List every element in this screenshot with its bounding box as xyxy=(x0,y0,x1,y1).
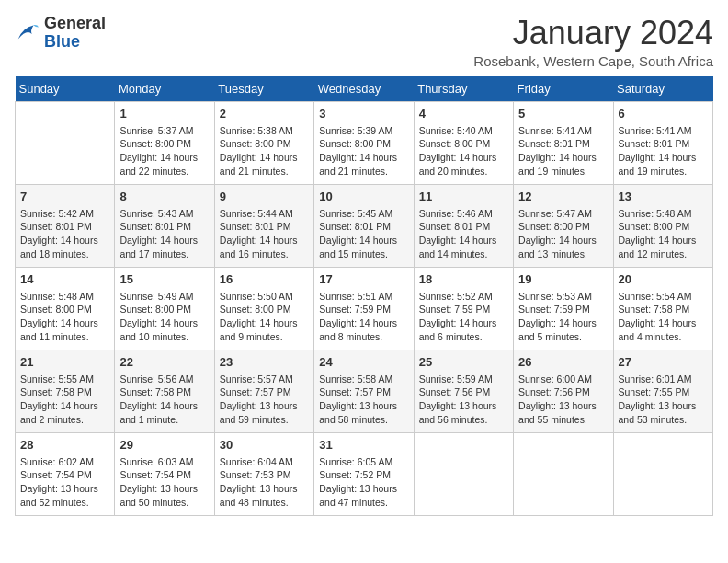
day-info: Sunrise: 5:49 AM xyxy=(119,290,209,304)
day-info: and 56 minutes. xyxy=(419,413,508,427)
header-monday: Monday xyxy=(115,76,214,102)
day-info: Daylight: 14 hours xyxy=(619,316,708,330)
day-info: Sunrise: 6:03 AM xyxy=(119,455,209,469)
day-info: Sunrise: 5:43 AM xyxy=(119,207,209,221)
calendar-table: SundayMondayTuesdayWednesdayThursdayFrid… xyxy=(15,76,713,516)
day-info: Sunrise: 5:59 AM xyxy=(419,373,508,386)
day-info: Sunrise: 6:00 AM xyxy=(518,373,608,386)
day-info: Sunset: 8:00 PM xyxy=(220,303,309,316)
day-info: and 20 minutes. xyxy=(419,165,508,178)
day-info: Sunrise: 5:46 AM xyxy=(419,207,508,221)
day-info: Sunrise: 6:02 AM xyxy=(20,455,109,469)
calendar-cell: 17Sunrise: 5:51 AMSunset: 7:59 PMDayligh… xyxy=(314,267,414,350)
calendar-cell: 4Sunrise: 5:40 AMSunset: 8:00 PMDaylight… xyxy=(414,101,513,184)
calendar-cell: 24Sunrise: 5:58 AMSunset: 7:57 PMDayligh… xyxy=(314,350,414,432)
calendar-cell xyxy=(613,432,712,515)
day-number: 21 xyxy=(20,354,109,371)
page-header: General Blue January 2024 Rosebank, West… xyxy=(15,15,713,69)
logo-bird-icon xyxy=(15,20,40,46)
calendar-cell: 22Sunrise: 5:56 AMSunset: 7:58 PMDayligh… xyxy=(115,350,214,432)
day-info: Sunset: 7:52 PM xyxy=(319,468,408,482)
day-info: Daylight: 14 hours xyxy=(220,234,309,247)
day-info: Sunrise: 5:51 AM xyxy=(319,290,408,304)
calendar-cell: 5Sunrise: 5:41 AMSunset: 8:01 PMDaylight… xyxy=(514,101,613,184)
day-info: Sunrise: 5:52 AM xyxy=(419,290,508,304)
week-row-3: 14Sunrise: 5:48 AMSunset: 8:00 PMDayligh… xyxy=(16,267,713,350)
day-info: Sunset: 7:57 PM xyxy=(220,385,309,399)
calendar-cell: 14Sunrise: 5:48 AMSunset: 8:00 PMDayligh… xyxy=(16,267,115,350)
calendar-cell: 26Sunrise: 6:00 AMSunset: 7:56 PMDayligh… xyxy=(514,350,613,432)
day-info: Sunrise: 5:48 AM xyxy=(20,290,109,304)
day-info: Daylight: 13 hours xyxy=(20,482,109,496)
day-info: Daylight: 14 hours xyxy=(419,234,508,247)
day-info: and 58 minutes. xyxy=(319,413,408,427)
header-wednesday: Wednesday xyxy=(314,76,414,102)
day-info: Sunset: 7:56 PM xyxy=(518,385,608,399)
header-sunday: Sunday xyxy=(16,76,115,102)
day-info: Daylight: 13 hours xyxy=(319,399,408,413)
calendar-cell: 3Sunrise: 5:39 AMSunset: 8:00 PMDaylight… xyxy=(314,101,414,184)
day-info: Sunset: 7:53 PM xyxy=(220,468,309,482)
day-info: Daylight: 13 hours xyxy=(619,399,708,413)
calendar-cell: 7Sunrise: 5:42 AMSunset: 8:01 PMDaylight… xyxy=(16,184,115,267)
day-info: Sunset: 8:00 PM xyxy=(119,303,209,316)
day-info: Daylight: 13 hours xyxy=(518,399,608,413)
day-info: Daylight: 14 hours xyxy=(419,316,508,330)
location: Rosebank, Western Cape, South Africa xyxy=(473,53,713,69)
calendar-cell xyxy=(16,101,115,184)
day-info: and 55 minutes. xyxy=(518,413,608,427)
day-info: and 22 minutes. xyxy=(119,165,209,178)
day-info: Daylight: 14 hours xyxy=(319,234,408,247)
day-info: and 14 minutes. xyxy=(419,247,508,261)
calendar-header-row: SundayMondayTuesdayWednesdayThursdayFrid… xyxy=(16,76,713,102)
day-number: 31 xyxy=(319,437,408,454)
calendar-cell: 8Sunrise: 5:43 AMSunset: 8:01 PMDaylight… xyxy=(115,184,214,267)
logo-text: General Blue xyxy=(44,15,106,52)
day-info: Sunset: 7:55 PM xyxy=(619,385,708,399)
day-info: and 5 minutes. xyxy=(518,330,608,344)
day-info: Sunset: 8:01 PM xyxy=(119,220,209,234)
day-info: Sunset: 8:00 PM xyxy=(220,137,309,151)
day-info: and 48 minutes. xyxy=(220,496,309,510)
day-info: Sunset: 8:01 PM xyxy=(319,220,408,234)
day-info: and 18 minutes. xyxy=(20,247,109,261)
day-number: 30 xyxy=(220,437,309,454)
day-info: Daylight: 14 hours xyxy=(119,316,209,330)
title-block: January 2024 Rosebank, Western Cape, Sou… xyxy=(473,15,713,69)
day-info: Sunrise: 5:54 AM xyxy=(619,290,708,304)
calendar-cell: 11Sunrise: 5:46 AMSunset: 8:01 PMDayligh… xyxy=(414,184,513,267)
calendar-cell xyxy=(514,432,613,515)
day-info: Sunset: 7:54 PM xyxy=(20,468,109,482)
calendar-cell: 2Sunrise: 5:38 AMSunset: 8:00 PMDaylight… xyxy=(214,101,313,184)
day-info: Sunset: 7:56 PM xyxy=(419,385,508,399)
day-info: Sunrise: 5:40 AM xyxy=(419,124,508,138)
day-info: Sunset: 7:59 PM xyxy=(419,303,508,316)
day-info: Sunrise: 6:04 AM xyxy=(220,455,309,469)
day-info: Sunrise: 5:57 AM xyxy=(220,373,309,386)
day-info: Sunset: 8:01 PM xyxy=(518,137,608,151)
header-saturday: Saturday xyxy=(613,76,712,102)
calendar-cell: 16Sunrise: 5:50 AMSunset: 8:00 PMDayligh… xyxy=(214,267,313,350)
calendar-cell: 13Sunrise: 5:48 AMSunset: 8:00 PMDayligh… xyxy=(613,184,712,267)
day-info: and 2 minutes. xyxy=(20,413,109,427)
day-info: and 19 minutes. xyxy=(619,165,708,178)
day-number: 18 xyxy=(419,271,508,288)
day-number: 12 xyxy=(518,189,608,205)
calendar-cell: 18Sunrise: 5:52 AMSunset: 7:59 PMDayligh… xyxy=(414,267,513,350)
day-info: Sunrise: 5:53 AM xyxy=(518,290,608,304)
calendar-cell: 25Sunrise: 5:59 AMSunset: 7:56 PMDayligh… xyxy=(414,350,513,432)
day-info: Sunrise: 5:41 AM xyxy=(518,124,608,138)
day-info: Sunset: 8:01 PM xyxy=(619,137,708,151)
day-info: Sunset: 7:59 PM xyxy=(319,303,408,316)
day-info: and 59 minutes. xyxy=(220,413,309,427)
day-info: Sunset: 7:58 PM xyxy=(119,385,209,399)
day-number: 3 xyxy=(319,106,408,122)
calendar-cell: 12Sunrise: 5:47 AMSunset: 8:00 PMDayligh… xyxy=(514,184,613,267)
day-info: Daylight: 14 hours xyxy=(319,316,408,330)
day-info: Sunset: 7:58 PM xyxy=(20,385,109,399)
day-info: Daylight: 14 hours xyxy=(20,316,109,330)
day-info: and 10 minutes. xyxy=(119,330,209,344)
day-number: 23 xyxy=(220,354,309,371)
day-info: Sunrise: 5:55 AM xyxy=(20,373,109,386)
day-info: Sunrise: 5:44 AM xyxy=(220,207,309,221)
